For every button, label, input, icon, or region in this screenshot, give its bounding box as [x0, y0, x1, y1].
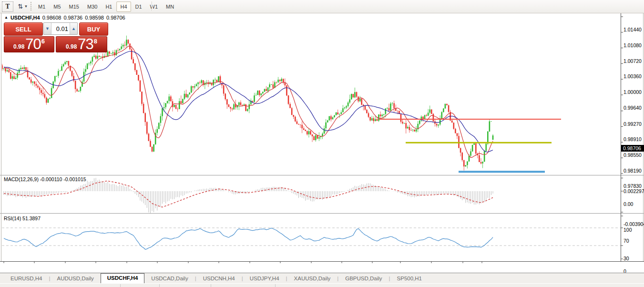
volume-spinner: ▼ ▲: [43, 22, 78, 35]
tab-usdchf-h4[interactable]: USDCHF,H4: [101, 273, 145, 283]
price-axis-label: 1.00000: [624, 89, 642, 95]
status-bar-divider: [159, 284, 160, 287]
timeframe-m1[interactable]: M1: [34, 1, 49, 12]
timeframe-h1[interactable]: H1: [102, 1, 116, 12]
ohlc-high: 0.98736: [63, 15, 82, 20]
chart-tab-bar: EURUSD,H4|AUDUSD,DailyUSDCHF,H4USDCAD,Da…: [0, 273, 644, 283]
buy-price-big: 73: [78, 36, 93, 53]
chart-title: ▲ USDCHF,H4 0.98608 0.98736 0.98598 0.98…: [4, 15, 125, 20]
chart-window: ▲ USDCHF,H4 0.98608 0.98736 0.98598 0.98…: [0, 13, 644, 274]
timeframe-w1[interactable]: W1: [146, 1, 162, 12]
ohlc-open: 0.98608: [42, 15, 61, 20]
timeframe-toolbar: M1M5M15M30H1H4D1W1MN: [34, 1, 178, 12]
buy-price-prefix: 0.98: [66, 43, 77, 50]
buy-price-panel[interactable]: 0.98 73 8: [56, 36, 107, 52]
price-axis-label: 0.98550: [624, 152, 642, 158]
top-toolbar: T ⇅ ▾ M1M5M15M30H1H4D1W1MN: [0, 0, 644, 13]
buy-button[interactable]: BUY: [79, 22, 108, 36]
rsi-label: RSI(14) 51.3897: [4, 215, 41, 221]
timeframe-m15[interactable]: M15: [65, 1, 83, 12]
status-bar-divider: [275, 284, 276, 287]
macd-axis-label: -0.003904: [624, 221, 644, 227]
price-axis-label: 0.99270: [624, 121, 642, 127]
tab-gbpusd-daily[interactable]: GBPUSD,Daily: [338, 274, 388, 283]
ohlc-low: 0.98598: [85, 15, 104, 20]
volume-decrease-button[interactable]: ▼: [44, 23, 51, 34]
tab-sp500-h1[interactable]: SP500,H1: [390, 274, 429, 283]
tab-xauusd-daily[interactable]: XAUUSD,Daily: [287, 274, 337, 283]
pointer-tool-button[interactable]: ⇅ ▾: [15, 1, 30, 11]
tab-audusd-daily[interactable]: AUDUSD,Daily: [50, 274, 100, 283]
macd-label: MACD(12,26,9) -0.000110 -0.001015: [4, 176, 86, 182]
price-axis-label: 1.01080: [624, 42, 642, 48]
price-axis-label: 1.00360: [624, 73, 642, 79]
rsi-axis-label: 70: [624, 238, 629, 244]
sell-price-prefix: 0.98: [13, 43, 24, 50]
tab-usdcad-daily[interactable]: USDCAD,Daily: [144, 274, 194, 283]
tab-usdcnh-h4[interactable]: USDCNH,H4: [196, 274, 242, 283]
sell-price-panel[interactable]: 0.98 70 6: [4, 36, 54, 52]
current-price-tag: 0.98706: [621, 145, 644, 152]
collapse-triangle-icon[interactable]: ▲: [4, 15, 8, 20]
tab-eurusd-h4[interactable]: EURUSD,H4: [4, 274, 49, 283]
status-bar-divider: [120, 284, 121, 287]
timeframe-h4[interactable]: H4: [116, 1, 131, 12]
toolbar-separator: [152, 1, 152, 11]
ohlc-close: 0.98706: [106, 15, 125, 20]
toolbar-grip[interactable]: [31, 2, 31, 10]
buy-price-sup: 8: [94, 38, 97, 45]
macd-axis-label: 0.00: [624, 201, 633, 207]
price-axis-label: 1.00720: [624, 58, 642, 64]
chart-symbol: USDCHF,H4: [10, 15, 40, 20]
rsi-axis-label: 30: [624, 256, 629, 261]
volume-input[interactable]: [51, 23, 70, 34]
price-axis-label: 0.98190: [624, 168, 642, 174]
timeframe-m5[interactable]: M5: [50, 1, 64, 12]
volume-increase-button[interactable]: ▲: [70, 23, 77, 34]
macd-axis-label: 0.002297: [624, 188, 644, 194]
chevron-down-icon: ▾: [25, 4, 27, 9]
sell-price-big: 70: [25, 36, 41, 53]
text-tool-button[interactable]: T: [2, 1, 13, 12]
timeframe-mn[interactable]: MN: [162, 1, 178, 12]
sell-price-sup: 6: [41, 38, 45, 45]
status-bar-divider: [211, 284, 211, 287]
timeframe-d1[interactable]: D1: [132, 1, 146, 12]
timeframe-m30[interactable]: M30: [83, 1, 101, 12]
tab-usdjpy-h4[interactable]: USDJPY,H4: [243, 274, 286, 283]
price-axis-label: 1.01440: [624, 27, 642, 32]
price-axis-label: 0.99640: [624, 105, 642, 111]
price-axis-label: 0.98910: [624, 136, 642, 142]
text-tool-icon: T: [6, 3, 10, 10]
sell-button[interactable]: SELL: [4, 22, 43, 36]
mt4-window: T ⇅ ▾ M1M5M15M30H1H4D1W1MN ▲ USDCHF,H4 0…: [0, 0, 644, 287]
pointer-tool-icon: ⇅: [18, 3, 23, 10]
status-bar: [0, 283, 644, 287]
one-click-trading-panel: SELL ▼ ▲ BUY 0.98 70 6 0.98 73 8: [4, 22, 107, 53]
rsi-axis-label: 100: [624, 227, 632, 233]
